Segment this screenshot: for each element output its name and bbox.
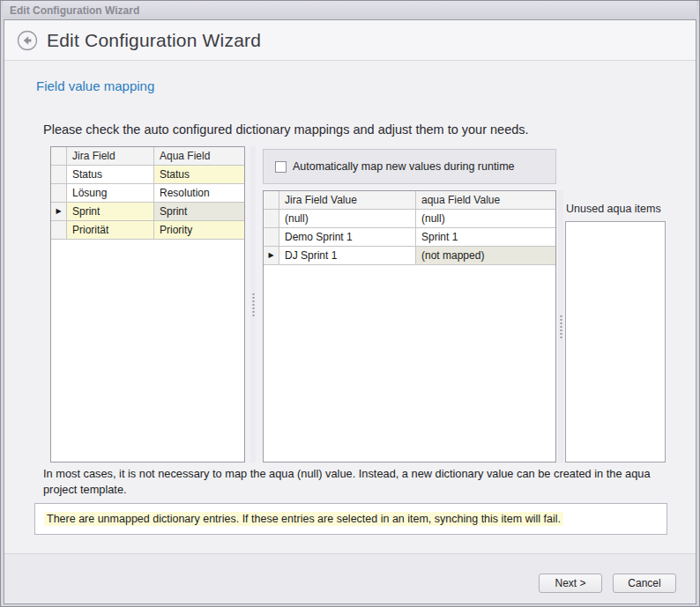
column-header-aqua-field-value[interactable]: aqua Field Value [416,191,555,210]
cell-jira-value[interactable]: (null) [279,210,416,228]
table-header-row: Jira Field Value aqua Field Value [264,191,555,210]
auto-map-panel: Automatically map new values during runt… [263,149,556,184]
section-heading: Field value mapping [36,78,154,93]
table-row[interactable]: (null) (null) [264,210,555,228]
table-row-current[interactable]: ▶ DJ Sprint 1 (not mapped) [264,247,555,265]
row-indicator [51,184,67,203]
cell-jira-field[interactable]: Status [67,166,154,184]
table-row[interactable]: Status Status [51,166,244,184]
cell-aqua-field[interactable]: Resolution [154,184,244,203]
cell-jira-field[interactable]: Lösung [67,184,154,203]
wizard-window: Edit Configuration Wizard Edit Configura… [0,0,700,607]
unused-items-list[interactable] [565,221,666,463]
arrow-left-circle-icon [17,30,38,51]
table-row[interactable]: Demo Sprint 1 Sprint 1 [264,228,555,247]
column-header-aqua-field[interactable]: Aqua Field [154,147,244,166]
cell-aqua-value-focused[interactable]: (not mapped) [416,247,555,265]
value-mapping-table: Jira Field Value aqua Field Value (null)… [263,190,556,463]
window-title: Edit Configuration Wizard [10,4,139,17]
cell-jira-value[interactable]: DJ Sprint 1 [279,247,416,265]
table-row[interactable]: Lösung Resolution [51,184,244,203]
field-mapping-table: Jira Field Aqua Field Status Status Lösu… [50,146,245,463]
warning-box: There are unmapped dictionary entries. I… [34,503,667,535]
column-header-jira-field-value[interactable]: Jira Field Value [279,191,416,210]
unused-items-label: Unused aqua items [566,203,661,215]
cell-aqua-field-focused[interactable]: Sprint [154,203,244,221]
cell-jira-value[interactable]: Demo Sprint 1 [279,228,416,247]
table-row-current[interactable]: ▶ Sprint Sprint [51,203,244,221]
current-row-arrow-icon: ▶ [51,203,67,221]
next-button[interactable]: Next > [539,574,602,593]
row-indicator-header [51,147,67,166]
cell-jira-field[interactable]: Sprint [67,203,154,221]
footer: Next > Cancel [4,553,696,603]
row-indicator [51,166,67,184]
page-title: Edit Configuration Wizard [47,30,261,51]
auto-map-checkbox[interactable] [275,161,287,173]
row-indicator-header [264,191,279,210]
wizard-body: Edit Configuration Wizard Field value ma… [4,19,696,604]
cell-jira-field[interactable]: Priorität [67,221,154,240]
table-row[interactable]: Priorität Priority [51,221,244,240]
titlebar[interactable]: Edit Configuration Wizard [4,1,696,19]
splitter-right[interactable] [558,190,563,463]
table-header-row: Jira Field Aqua Field [51,147,244,166]
splitter-left[interactable] [250,146,256,463]
cancel-button[interactable]: Cancel [613,574,676,593]
splitter-grip-icon [560,315,562,338]
wizard-header: Edit Configuration Wizard [4,20,696,61]
row-indicator [51,221,67,240]
instruction-text: Please check the auto configured diction… [43,122,529,137]
column-header-jira-field[interactable]: Jira Field [67,147,154,166]
warning-text: There are unmapped dictionary entries. I… [44,512,563,526]
row-indicator [264,228,279,247]
cell-aqua-value[interactable]: (null) [416,210,555,228]
note-text: In most cases, it is not necessary to ma… [43,466,674,498]
splitter-grip-icon [252,293,255,316]
row-indicator [264,210,279,228]
current-row-arrow-icon: ▶ [264,247,279,265]
auto-map-label[interactable]: Automatically map new values during runt… [293,160,515,173]
back-button[interactable] [17,30,38,51]
cell-aqua-value[interactable]: Sprint 1 [416,228,555,247]
cell-aqua-field[interactable]: Status [154,166,244,184]
cell-aqua-field[interactable]: Priority [154,221,244,240]
